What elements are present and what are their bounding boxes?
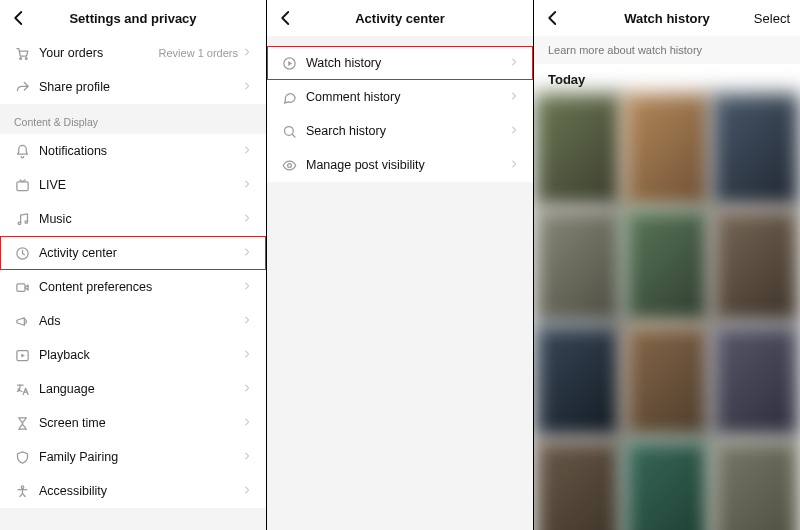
chevron-right-icon bbox=[242, 348, 252, 362]
video-thumbnail[interactable] bbox=[534, 324, 623, 439]
svg-point-12 bbox=[284, 126, 293, 135]
megaphone-icon bbox=[14, 313, 30, 329]
chevron-right-icon bbox=[242, 246, 252, 260]
video-thumbnail[interactable] bbox=[534, 439, 623, 530]
svg-marker-8 bbox=[21, 353, 25, 357]
shield-icon bbox=[14, 449, 30, 465]
svg-rect-2 bbox=[16, 181, 27, 190]
chevron-right-icon bbox=[242, 144, 252, 158]
list-item-label: Notifications bbox=[39, 144, 242, 158]
svg-point-3 bbox=[18, 222, 21, 225]
list-item[interactable]: Watch history bbox=[267, 46, 533, 80]
list-item-label: Language bbox=[39, 382, 242, 396]
list-item[interactable]: Language bbox=[0, 372, 266, 406]
video-thumbnail-grid bbox=[534, 93, 800, 530]
video-thumbnail[interactable] bbox=[623, 208, 712, 323]
video-thumbnail[interactable] bbox=[711, 208, 800, 323]
list-item[interactable]: Search history bbox=[267, 114, 533, 148]
list-item-label: Search history bbox=[306, 124, 509, 138]
list-item[interactable]: Content preferences bbox=[0, 270, 266, 304]
hourglass-icon bbox=[14, 415, 30, 431]
video-thumbnail[interactable] bbox=[623, 93, 712, 208]
svg-point-0 bbox=[19, 57, 21, 59]
video-thumbnail[interactable] bbox=[623, 439, 712, 530]
list-item-trail: Review 1 orders bbox=[159, 47, 238, 59]
activity-title: Activity center bbox=[267, 11, 533, 26]
list-item-label: Your orders bbox=[39, 46, 159, 60]
video-thumbnail[interactable] bbox=[711, 324, 800, 439]
settings-header: Settings and privacy bbox=[0, 0, 266, 36]
list-item-label: Activity center bbox=[39, 246, 242, 260]
list-item[interactable]: Music bbox=[0, 202, 266, 236]
chevron-right-icon bbox=[242, 46, 252, 60]
today-heading: Today bbox=[534, 64, 800, 93]
eye-icon bbox=[281, 157, 297, 173]
video-thumbnail[interactable] bbox=[623, 324, 712, 439]
list-item[interactable]: Manage post visibility bbox=[267, 148, 533, 182]
list-item[interactable]: Playback bbox=[0, 338, 266, 372]
chevron-right-icon bbox=[509, 56, 519, 70]
list-item-label: Family Pairing bbox=[39, 450, 242, 464]
chevron-right-icon bbox=[242, 212, 252, 226]
language-icon bbox=[14, 381, 30, 397]
list-item-label: Ads bbox=[39, 314, 242, 328]
chevron-right-icon bbox=[242, 314, 252, 328]
video-thumbnail[interactable] bbox=[711, 93, 800, 208]
svg-point-1 bbox=[25, 57, 27, 59]
activity-center-panel: Activity center Watch historyComment his… bbox=[267, 0, 533, 530]
video-thumbnail[interactable] bbox=[534, 208, 623, 323]
list-item[interactable]: Your ordersReview 1 orders bbox=[0, 36, 266, 70]
music-icon bbox=[14, 211, 30, 227]
list-item-label: Screen time bbox=[39, 416, 242, 430]
back-arrow-icon[interactable] bbox=[10, 9, 28, 27]
cart-icon bbox=[14, 45, 30, 61]
settings-title: Settings and privacy bbox=[0, 11, 266, 26]
chevron-right-icon bbox=[242, 280, 252, 294]
chevron-right-icon bbox=[509, 124, 519, 138]
settings-panel: Settings and privacy Your ordersReview 1… bbox=[0, 0, 266, 530]
video-thumbnail[interactable] bbox=[711, 439, 800, 530]
list-item-label: Manage post visibility bbox=[306, 158, 509, 172]
list-item-label: Watch history bbox=[306, 56, 509, 70]
list-item[interactable]: Share profile bbox=[0, 70, 266, 104]
watch-history-header: Watch history Select bbox=[534, 0, 800, 36]
list-item-label: Content preferences bbox=[39, 280, 242, 294]
select-button[interactable]: Select bbox=[754, 11, 790, 26]
svg-point-13 bbox=[287, 163, 291, 167]
chevron-right-icon bbox=[242, 416, 252, 430]
accessibility-icon bbox=[14, 483, 30, 499]
bell-icon bbox=[14, 143, 30, 159]
list-item[interactable]: Accessibility bbox=[0, 474, 266, 508]
learn-more-link[interactable]: Learn more about watch history bbox=[534, 36, 800, 64]
back-arrow-icon[interactable] bbox=[277, 9, 295, 27]
video-thumbnail[interactable] bbox=[534, 93, 623, 208]
list-item[interactable]: Family Pairing bbox=[0, 440, 266, 474]
chevron-right-icon bbox=[242, 484, 252, 498]
svg-rect-6 bbox=[16, 283, 24, 291]
list-item[interactable]: Comment history bbox=[267, 80, 533, 114]
search-icon bbox=[281, 123, 297, 139]
back-arrow-icon[interactable] bbox=[544, 9, 562, 27]
comment-icon bbox=[281, 89, 297, 105]
list-item[interactable]: LIVE bbox=[0, 168, 266, 202]
chevron-right-icon bbox=[509, 158, 519, 172]
list-item-label: LIVE bbox=[39, 178, 242, 192]
chevron-right-icon bbox=[242, 178, 252, 192]
share-icon bbox=[14, 79, 30, 95]
activity-list: Watch historyComment historySearch histo… bbox=[267, 46, 533, 182]
watch-history-body: Learn more about watch history Today bbox=[534, 36, 800, 530]
video-icon bbox=[14, 279, 30, 295]
svg-point-9 bbox=[21, 485, 24, 488]
list-item[interactable]: Ads bbox=[0, 304, 266, 338]
list-item[interactable]: Activity center bbox=[0, 236, 266, 270]
chevron-right-icon bbox=[509, 90, 519, 104]
list-item[interactable]: Notifications bbox=[0, 134, 266, 168]
play-square-icon bbox=[14, 347, 30, 363]
settings-top-list: Your ordersReview 1 ordersShare profile bbox=[0, 36, 266, 104]
play-circle-icon bbox=[281, 55, 297, 71]
list-item-label: Accessibility bbox=[39, 484, 242, 498]
clock-icon bbox=[14, 245, 30, 261]
list-item[interactable]: Screen time bbox=[0, 406, 266, 440]
watch-history-panel: Watch history Select Learn more about wa… bbox=[534, 0, 800, 530]
svg-point-4 bbox=[25, 220, 28, 223]
